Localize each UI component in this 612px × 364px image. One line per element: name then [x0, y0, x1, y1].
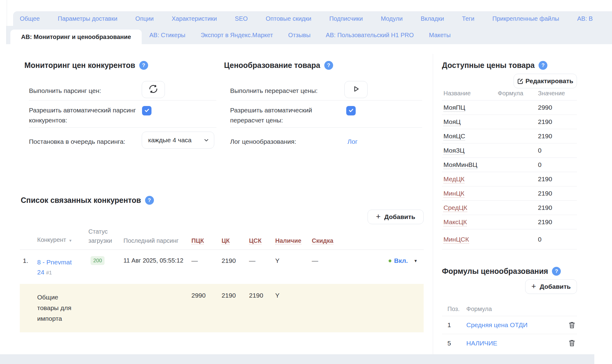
- pricing-section-title: Ценообразование товара ?: [224, 61, 333, 70]
- check-icon: [348, 107, 354, 115]
- formulas-section-title: Формулы ценообразования ?: [442, 267, 561, 276]
- tab-parametry-dostavki[interactable]: Параметры доставки: [58, 15, 118, 22]
- col-konkurent[interactable]: Конкурент▼: [37, 235, 88, 245]
- competitor-link[interactable]: 8 - Pnevmat 24: [37, 259, 72, 276]
- pck-cell: —: [191, 257, 222, 264]
- competitors-section-title: Список связанных конкурентов ?: [21, 196, 154, 205]
- tab-otzyvy[interactable]: Отзывы: [288, 32, 311, 39]
- trash-icon[interactable]: [564, 322, 577, 329]
- run-parsing-button[interactable]: [142, 81, 165, 98]
- product-admin-page: Общее Параметры доставки Опции Характери…: [0, 0, 612, 364]
- price-name[interactable]: МояЦ: [443, 118, 461, 126]
- tab-moduli[interactable]: Модули: [381, 15, 403, 22]
- tab-prikreplennye-fayly[interactable]: Прикрепленные файлы: [493, 15, 559, 22]
- available-prices-title-text: Доступные цены товара: [442, 61, 535, 70]
- plus-icon: +: [532, 281, 536, 291]
- chevron-down-icon: [204, 137, 209, 143]
- caret-down-icon: ▼: [414, 259, 418, 263]
- help-icon[interactable]: ?: [324, 61, 333, 70]
- csk-cell: —: [249, 257, 275, 264]
- formula-link[interactable]: НАЛИЧИЕ: [466, 340, 564, 347]
- parsing-schedule-select[interactable]: каждые 4 часа: [142, 132, 214, 149]
- tab-optsii[interactable]: Опции: [135, 15, 154, 22]
- help-icon[interactable]: ?: [145, 196, 154, 205]
- discount-cell: —: [312, 257, 358, 264]
- available-prices-title: Доступные цены товара ?: [442, 61, 547, 70]
- add-competitor-label: Добавить: [384, 213, 415, 221]
- price-name[interactable]: МаксЦК: [443, 218, 467, 226]
- tab-optovye-skidki[interactable]: Оптовые скидки: [266, 15, 311, 22]
- price-row: МояЦ2190: [442, 115, 577, 129]
- price-name[interactable]: МинЦК: [443, 189, 464, 198]
- monitoring-section-title: Мониторинг цен конкурентов ?: [24, 61, 148, 70]
- auto-parsing-checkbox[interactable]: [142, 106, 151, 115]
- parse-prices-label: Выполнить парсинг цен:: [29, 86, 101, 96]
- tab-kharakteristiki[interactable]: Характеристики: [172, 15, 217, 22]
- price-row: МояПЦ2990: [442, 101, 577, 115]
- tab-av-truncated[interactable]: АВ: В: [577, 15, 593, 22]
- ck-cell: 2190: [222, 257, 249, 264]
- available-prices-header: Название Формула Значение: [442, 90, 577, 101]
- add-formula-button[interactable]: + Добавить: [525, 279, 577, 294]
- tab-row-2: АВ: Стикеры Экспорт в Яндекс.Маркет Отзы…: [149, 26, 451, 44]
- tab-makety[interactable]: Макеты: [429, 32, 451, 39]
- col-nalichie: Наличие: [275, 236, 312, 245]
- tab-eksport-yandex-market[interactable]: Экспорт в Яндекс.Маркет: [201, 32, 273, 39]
- ck-cell: 2190: [222, 292, 249, 299]
- refresh-icon: [149, 84, 158, 95]
- play-icon: [352, 85, 360, 94]
- price-name[interactable]: МояЗЦ: [443, 146, 464, 155]
- tab-podpischiki[interactable]: Подписчики: [329, 15, 363, 22]
- tab-vkladki[interactable]: Вкладки: [421, 15, 444, 22]
- edit-prices-button[interactable]: Редактировать: [514, 74, 577, 88]
- col-nazvanie: Название: [443, 90, 498, 97]
- last-parse-cell: 11 Авг 2025, 05:55:12: [123, 257, 191, 264]
- tab-av-monitoring-active[interactable]: АВ: Мониторинг и ценообразование: [10, 30, 142, 44]
- run-recalc-button[interactable]: [344, 81, 368, 98]
- state-dropdown[interactable]: Вкл. ▼: [358, 257, 424, 264]
- formulas-title-text: Формулы ценообразования: [442, 267, 548, 276]
- price-name[interactable]: МинЦСК: [443, 235, 469, 244]
- price-name[interactable]: СредЦК: [443, 203, 467, 212]
- formula-link[interactable]: Средняя цена ОТДИ: [466, 321, 564, 329]
- price-name[interactable]: МояПЦ: [443, 103, 465, 112]
- add-competitor-button[interactable]: + Добавить: [368, 210, 424, 224]
- tab-obshchee[interactable]: Общее: [20, 15, 40, 22]
- price-name[interactable]: МояЦС: [443, 132, 465, 140]
- price-name[interactable]: МояМинВЦ: [443, 161, 477, 169]
- help-icon[interactable]: ?: [552, 267, 561, 276]
- competitors-header: Конкурент▼ Статус загрузки Последний пар…: [20, 227, 424, 250]
- divider: [230, 127, 422, 128]
- formulas-table: Поз. Формула 1 Средняя цена ОТДИ 5 НАЛИЧ…: [442, 302, 577, 352]
- check-icon: [144, 107, 150, 115]
- price-value: 2190: [538, 175, 577, 183]
- price-name[interactable]: МедЦК: [443, 175, 464, 183]
- trash-icon[interactable]: [564, 340, 577, 347]
- help-icon[interactable]: ?: [139, 61, 148, 70]
- tab-av-stikery[interactable]: АВ: Стикеры: [149, 32, 185, 39]
- help-icon[interactable]: ?: [539, 61, 547, 70]
- pricing-title-text: Ценообразование товара: [224, 61, 320, 70]
- col-ck: ЦК: [222, 236, 249, 245]
- price-value: 2990: [538, 104, 577, 111]
- tab-tegi[interactable]: Теги: [462, 15, 475, 22]
- price-value: 0: [538, 161, 577, 168]
- tab-av-polzovatelskiy-h1[interactable]: АВ: Пользовательский H1 PRO: [326, 32, 414, 39]
- tab-seo[interactable]: SEO: [235, 15, 248, 22]
- recalc-label: Выполнить перерасчет цены:: [230, 86, 318, 96]
- price-value: 2190: [538, 118, 577, 125]
- pricing-log-label: Лог ценообразования:: [230, 136, 296, 147]
- parsing-schedule-value: каждые 4 часа: [148, 136, 192, 144]
- col-poz: Поз.: [447, 306, 466, 313]
- col-csk: ЦСК: [249, 236, 275, 245]
- price-row: МояЗЦ0: [442, 143, 577, 158]
- sidebar-divider: [433, 54, 433, 354]
- pck-cell: 2990: [191, 292, 222, 299]
- plus-icon: +: [376, 212, 381, 221]
- auto-recalc-checkbox[interactable]: [346, 106, 356, 115]
- formula-pos: 1: [447, 321, 466, 329]
- pricing-log-link[interactable]: Лог: [347, 136, 358, 147]
- sort-desc-icon[interactable]: ▼: [69, 239, 72, 243]
- price-value: 2190: [538, 204, 577, 211]
- divider: [230, 100, 422, 101]
